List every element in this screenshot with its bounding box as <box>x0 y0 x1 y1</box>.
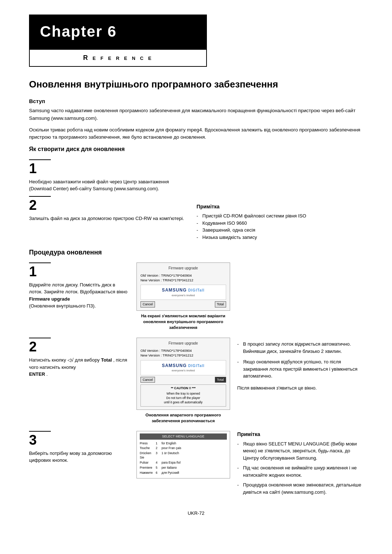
caution-line-2: Do not turn off the player <box>142 396 224 400</box>
firmware-box-1: Firmware upgrade Old Version : TRINO*178… <box>136 262 230 311</box>
proc-step1-text: Відкрийте лоток диску. Помістіть диск в … <box>29 281 129 310</box>
how-to-create-section: Як створити диск для оновлення 1 Необхід… <box>29 145 363 241</box>
chapter-header: Chapter 6 R e f e r e n c e <box>29 15 363 67</box>
caution-line-1: When the tray is opened <box>142 392 224 396</box>
lang-row-1: Press 1 for English <box>140 441 227 446</box>
proc-step2-right: В процесі запису лоток відкриється автом… <box>237 338 364 391</box>
note-heading: Примітка <box>197 203 357 211</box>
note-item-3: Завершений, одна сесія <box>197 227 357 234</box>
note2-item-2: Під час оновлення не виймайте шнур живле… <box>237 464 364 478</box>
fw-total-btn-1: Total <box>215 301 226 307</box>
proc-step3-right: Примітка Якщо вікно SELECT MENU LANGUAGE… <box>237 431 364 496</box>
lang-row-4: Pulsar 4 para Espa ñol <box>140 461 227 465</box>
lang-row-6: Нажмите 6 для Русский <box>140 471 227 475</box>
proc-step1-num: 1 <box>29 262 51 278</box>
note2-item-1: Якщо вікно SELECT MENU LANGUAGE (Вибір м… <box>237 440 364 462</box>
proc-step1-center: Firmware upgrade Old Version : TRINO*178… <box>136 262 230 330</box>
fw-title-1: Firmware upgrade <box>140 266 226 271</box>
proc-step3-center: SELECT MENU LANGUAGE Press 1 for English… <box>136 431 230 481</box>
fw-versions-1: Old Version : TRINO*178*040904 New Versi… <box>140 273 226 283</box>
steps-row: 1 Необхідно завантажити новий файл через… <box>29 159 363 192</box>
step2-bullet-1: В процесі запису лоток відкриється автом… <box>237 341 364 355</box>
procedure-section: Процедура оновлення 1 Відкрийте лоток ди… <box>29 248 363 496</box>
proc-step1-left: 1 Відкрийте лоток диску. Помістіть диск … <box>29 262 129 310</box>
proc-step1-row: 1 Відкрийте лоток диску. Помістіть диск … <box>29 262 363 330</box>
step2-right-bullets: В процесі запису лоток відкриється автом… <box>237 341 364 380</box>
proc-step2-left: 2 Натисніть кнопку ◁√ для вибору Total ,… <box>29 338 129 378</box>
note2-list: Якщо вікно SELECT MENU LANGUAGE (Вибір м… <box>237 440 364 496</box>
caution-title: ** CAUTION !! *** <box>142 386 224 391</box>
lang-row-2: Touche 2 pour Fran çais <box>140 446 227 451</box>
select-lang-title: SELECT MENU LANGUAGE <box>140 433 227 440</box>
intro-section: Вступ Samsung часто надаватиме оновлення… <box>29 97 363 141</box>
note-col: Примітка Пристрій CD-ROM файлової систем… <box>197 203 357 241</box>
proc-step3-row: 3 Виберіть потрібну мову за допомогою ци… <box>29 431 363 496</box>
proc-step2-text: Натисніть кнопку ◁√ для вибору Total , п… <box>29 357 129 378</box>
step2-col: 2 Запишіть файл на диск за допомогою при… <box>29 196 189 241</box>
note-list: Пристрій CD-ROM файлової системи рівня I… <box>197 212 357 241</box>
step2-note-col <box>197 159 357 192</box>
fw-buttons-2: Cancel Total <box>140 377 226 383</box>
how-to-heading: Як створити диск для оновлення <box>29 145 363 153</box>
step1-num: 1 <box>29 159 51 175</box>
fw-cancel-btn-1: Cancel <box>140 301 155 307</box>
proc-step2-center: Firmware upgrade Old Version : TRINO*178… <box>136 338 230 424</box>
fw-total-btn-2: Total <box>215 377 226 383</box>
fw-caption-2: Оновлення апаратного програмного забезпе… <box>136 412 230 424</box>
caution-box: ** CAUTION !! *** When the tray is opene… <box>140 384 226 407</box>
intro-heading: Вступ <box>29 97 363 105</box>
samsung-logo-1: SAMSUNG DIGITall everyone's invited <box>140 285 226 300</box>
intro-para1: Samsung часто надаватиме оновлення прогр… <box>29 107 363 122</box>
note2-item-3: Процедура оновлення може змінюватися, де… <box>237 481 364 496</box>
caution-line-3: until it goes off automatically <box>142 400 224 405</box>
fw-title-2: Firmware upgrade <box>140 341 226 346</box>
chapter-subtitle: R e f e r e n c e <box>29 49 207 67</box>
note-item-4: Низька швидкість запису <box>197 234 357 241</box>
step2-text: Запишіть файл на диск за допомогою прист… <box>29 215 189 222</box>
after-window-text: Після ввімкнення з'явиться це вікно. <box>237 385 364 391</box>
page-title: Оновлення внутрішнього програмного забез… <box>29 78 363 91</box>
proc-step3-num: 3 <box>29 431 51 447</box>
footer: UKR-72 <box>29 510 363 517</box>
intro-para2: Оскільки триває робота над новим особлив… <box>29 126 363 141</box>
page-number: UKR-72 <box>188 510 204 516</box>
step1-col: 1 Необхідно завантажити новий файл через… <box>29 159 189 192</box>
note-item-1: Пристрій CD-ROM файлової системи рівня I… <box>197 212 357 220</box>
select-lang-box: SELECT MENU LANGUAGE Press 1 for English… <box>136 431 230 478</box>
samsung-logo-2: SAMSUNG DIGITall everyone's invited <box>140 360 226 375</box>
proc-step2-row: 2 Натисніть кнопку ◁√ для вибору Total ,… <box>29 338 363 424</box>
step2-bullet-2: Якщо оновлення відбулося успішно, то піс… <box>237 358 364 380</box>
page: Chapter 6 R e f e r e n c e Оновлення вн… <box>0 0 392 554</box>
step2-row: 2 Запишіть файл на диск за допомогою при… <box>29 196 363 241</box>
step1-text: Необхідно завантажити новий файл через Ц… <box>29 178 189 192</box>
chapter-title: Chapter 6 <box>29 15 207 49</box>
proc-step3-text: Виберіть потрібну мову за допомогою цифр… <box>29 450 129 464</box>
procedure-heading: Процедура оновлення <box>29 248 363 257</box>
fw-versions-2: Old Version : TRINO*178*040904 New Versi… <box>140 348 226 358</box>
fw-caption-1: На екрані з'являються можливі варіанти о… <box>136 313 230 330</box>
lang-row-5: Premiere 5 per Italiano <box>140 466 227 470</box>
fw-cancel-btn-2: Cancel <box>140 377 155 383</box>
firmware-box-2: Firmware upgrade Old Version : TRINO*178… <box>136 338 230 410</box>
proc-step2-num: 2 <box>29 338 51 354</box>
proc-step3-left: 3 Виберіть потрібну мову за допомогою ци… <box>29 431 129 464</box>
lang-row-3: Drücken Sie 3 1 ür Deutsch <box>140 451 227 460</box>
note-item-2: Кодування ISO 9660 <box>197 220 357 227</box>
step2-num: 2 <box>29 196 51 212</box>
fw-buttons-1: Cancel Total <box>140 301 226 307</box>
note2-heading: Примітка <box>237 431 364 438</box>
